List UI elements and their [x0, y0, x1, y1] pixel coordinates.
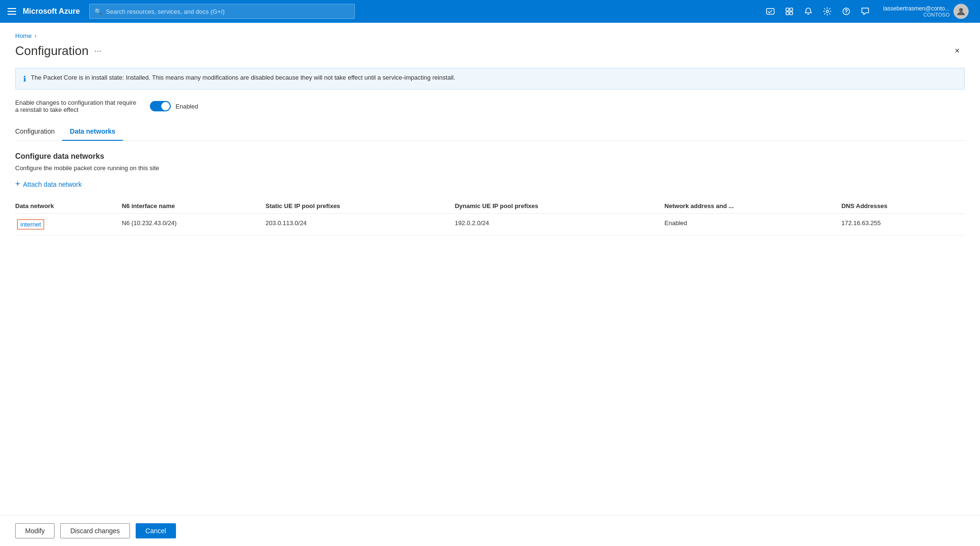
- tabs: Configuration Data networks: [15, 123, 965, 141]
- cell-data-network: internet: [15, 214, 122, 236]
- search-icon: 🔍: [94, 8, 102, 15]
- enable-changes-toggle[interactable]: [150, 101, 171, 111]
- user-email: lassebertrasmen@conto...: [883, 5, 950, 12]
- col-data-network: Data network: [15, 199, 122, 214]
- topbar: Microsoft Azure 🔍 lassebertrasmen@conto.…: [0, 0, 980, 23]
- close-button[interactable]: ×: [950, 43, 965, 58]
- toggle-knob: [161, 102, 170, 110]
- avatar: [953, 4, 969, 19]
- svg-rect-2: [790, 8, 793, 11]
- cell-dns: 172.16.63.255: [841, 214, 965, 236]
- topbar-icon-group: [762, 3, 874, 20]
- attach-data-network-button[interactable]: + Attach data network: [15, 179, 965, 189]
- search-input[interactable]: [106, 8, 350, 15]
- data-network-link[interactable]: internet: [17, 219, 44, 229]
- enable-changes-toggle-wrapper: Enabled: [150, 101, 198, 111]
- col-dynamic-ue: Dynamic UE IP pool prefixes: [455, 199, 665, 214]
- svg-point-5: [826, 10, 828, 13]
- col-dns: DNS Addresses: [841, 199, 965, 214]
- hamburger-menu[interactable]: [8, 7, 17, 16]
- footer: Modify Discard changes Cancel: [0, 515, 980, 546]
- col-n6-interface: N6 interface name: [122, 199, 266, 214]
- breadcrumb: Home ›: [15, 32, 965, 39]
- breadcrumb-home[interactable]: Home: [15, 32, 32, 39]
- svg-point-8: [959, 8, 963, 12]
- cell-n6-interface: N6 (10.232.43.0/24): [122, 214, 266, 236]
- table-row: internet N6 (10.232.43.0/24) 203.0.113.0…: [15, 214, 965, 236]
- user-menu[interactable]: lassebertrasmen@conto... CONTOSO: [879, 4, 972, 19]
- svg-rect-3: [786, 12, 789, 15]
- modify-button[interactable]: Modify: [15, 523, 55, 538]
- data-networks-table: Data network N6 interface name Static UE…: [15, 199, 965, 236]
- help-icon[interactable]: [838, 3, 855, 20]
- tab-data-networks[interactable]: Data networks: [62, 123, 123, 141]
- page-title-left: Configuration ···: [15, 44, 102, 58]
- user-info: lassebertrasmen@conto... CONTOSO: [883, 5, 950, 18]
- cell-dynamic-ue: 192.0.2.0/24: [455, 214, 665, 236]
- notifications-icon[interactable]: [800, 3, 817, 20]
- breadcrumb-separator: ›: [35, 33, 37, 39]
- enable-changes-row: Enable changes to configuration that req…: [15, 99, 965, 113]
- plus-icon: +: [15, 179, 20, 189]
- cloud-shell-icon[interactable]: [762, 3, 779, 20]
- enable-changes-label: Enable changes to configuration that req…: [15, 99, 139, 113]
- svg-rect-1: [786, 8, 789, 11]
- banner-text: The Packet Core is in install state: Ins…: [31, 74, 455, 81]
- col-network-addr: Network address and ...: [665, 199, 841, 214]
- section-heading: Configure data networks: [15, 152, 965, 161]
- user-org: CONTOSO: [883, 12, 950, 18]
- cancel-button[interactable]: Cancel: [136, 523, 176, 538]
- svg-rect-4: [790, 12, 793, 15]
- main-content: Home › Configuration ··· × ℹ The Packet …: [0, 23, 980, 546]
- info-icon: ℹ: [23, 74, 26, 83]
- brand-logo: Microsoft Azure: [23, 7, 80, 16]
- page-title-row: Configuration ··· ×: [15, 43, 965, 58]
- directory-icon[interactable]: [781, 3, 798, 20]
- info-banner: ℹ The Packet Core is in install state: I…: [15, 68, 965, 90]
- tab-configuration[interactable]: Configuration: [15, 123, 62, 141]
- toggle-state-label: Enabled: [176, 103, 198, 110]
- global-search[interactable]: 🔍: [89, 4, 355, 19]
- col-static-ue: Static UE IP pool prefixes: [266, 199, 455, 214]
- page-title: Configuration: [15, 44, 89, 58]
- cell-network-addr: Enabled: [665, 214, 841, 236]
- section-subtext: Configure the mobile packet core running…: [15, 164, 965, 172]
- page-options-button[interactable]: ···: [94, 46, 102, 56]
- discard-changes-button[interactable]: Discard changes: [60, 523, 129, 538]
- feedback-icon[interactable]: [857, 3, 874, 20]
- cell-static-ue: 203.0.113.0/24: [266, 214, 455, 236]
- svg-point-7: [846, 13, 847, 14]
- attach-link-label: Attach data network: [23, 181, 82, 188]
- settings-icon[interactable]: [819, 3, 836, 20]
